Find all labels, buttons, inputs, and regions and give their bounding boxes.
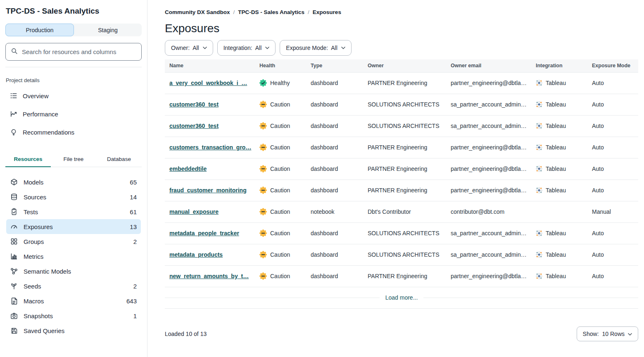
resource-list-item[interactable]: Groups 2 bbox=[6, 234, 141, 249]
chevron-down-icon bbox=[265, 47, 269, 50]
breadcrumb: Community DX Sandbox / TPC-DS - Sales An… bbox=[165, 9, 638, 15]
owner-email-cell: partner_engineering@dbtla… bbox=[446, 137, 531, 158]
resource-list-item[interactable]: Snapshots 1 bbox=[6, 308, 141, 323]
nav-icon bbox=[10, 128, 17, 136]
health-badge-icon bbox=[259, 101, 267, 108]
table-column-header: Integration bbox=[531, 59, 587, 72]
exposure-name-link[interactable]: embeddedtile bbox=[169, 165, 207, 172]
health-badge-icon bbox=[259, 251, 267, 258]
sidebar-nav-item[interactable]: Performance bbox=[5, 105, 142, 123]
resource-icon bbox=[10, 223, 18, 230]
page-title: Exposures bbox=[165, 22, 638, 35]
resource-list-item[interactable]: Saved Queries bbox=[6, 323, 141, 338]
breadcrumb-link[interactable]: TPC-DS - Sales Analytics bbox=[238, 9, 304, 15]
filter-dropdown[interactable]: Integration: All bbox=[217, 40, 276, 56]
sidebar-tab[interactable]: File tree bbox=[51, 153, 96, 167]
show-label: Show: bbox=[583, 331, 599, 337]
table-row: metadata_products Caution dashboard SOLU… bbox=[165, 244, 638, 265]
type-cell: dashboard bbox=[306, 72, 363, 94]
type-cell: dashboard bbox=[306, 222, 363, 244]
sidebar-tab[interactable]: Resources bbox=[5, 153, 51, 167]
loaded-status: Loaded 10 of 13 bbox=[165, 331, 207, 337]
resource-count: 65 bbox=[130, 179, 137, 186]
resource-count: 13 bbox=[130, 223, 137, 230]
resource-list-item[interactable]: Semantic Models bbox=[6, 264, 141, 279]
resource-list-item[interactable]: Tests 61 bbox=[6, 204, 141, 219]
exposure-name-link[interactable]: customer360_test bbox=[169, 101, 219, 108]
resource-label: Tests bbox=[24, 208, 38, 215]
breadcrumb-link[interactable]: Community DX Sandbox bbox=[165, 9, 230, 15]
integration-label: Tableau bbox=[546, 80, 566, 86]
table-column-header: Health bbox=[255, 59, 306, 72]
owner-email-cell: partner_engineering@dbtla… bbox=[446, 158, 531, 180]
exposure-name-link[interactable]: manual_exposure bbox=[169, 208, 219, 215]
exposure-name-link[interactable]: fraud_customer_monitoring bbox=[169, 187, 247, 194]
resource-label: Saved Queries bbox=[24, 327, 64, 334]
owner-email-cell: partner_engineering@dbtla… bbox=[446, 180, 531, 201]
resource-count: 1 bbox=[133, 312, 137, 319]
sidebar: TPC-DS - Sales Analytics Production Stag… bbox=[0, 0, 147, 357]
resource-label: Seeds bbox=[24, 283, 41, 290]
environment-tab[interactable]: Staging bbox=[74, 24, 142, 36]
resource-list: Models 65 Sources 14 Tests 61 Exposures … bbox=[5, 175, 142, 338]
resource-list-item[interactable]: Sources 14 bbox=[6, 189, 141, 204]
tableau-icon bbox=[536, 273, 542, 279]
project-details-label: Project details bbox=[5, 77, 142, 83]
tableau-icon bbox=[536, 165, 542, 172]
owner-email-cell: sa_partner_account_admin… bbox=[446, 222, 531, 244]
exposure-name-link[interactable]: customer360_test bbox=[169, 123, 219, 129]
type-cell: notebook bbox=[306, 201, 363, 222]
table-row: fraud_customer_monitoring Caution dashbo… bbox=[165, 180, 638, 201]
filter-value: All bbox=[331, 45, 337, 51]
resource-icon bbox=[10, 282, 18, 290]
load-more-link[interactable]: Load more... bbox=[385, 294, 418, 301]
table-column-header: Owner email bbox=[446, 59, 531, 72]
nav-icon bbox=[10, 110, 17, 118]
health-badge-icon bbox=[259, 122, 267, 130]
filter-dropdown[interactable]: Exposure Mode: All bbox=[280, 40, 352, 56]
breadcrumb-link[interactable]: Exposures bbox=[313, 9, 341, 15]
resource-label: Snapshots bbox=[24, 312, 53, 319]
exposure-name-link[interactable]: customers_transaction_gro… bbox=[169, 144, 251, 151]
exposure-name-link[interactable]: metadata_products bbox=[169, 251, 223, 258]
owner-cell: SOLUTIONS ARCHITECTS bbox=[363, 94, 446, 115]
sidebar-nav-item[interactable]: Recommendations bbox=[5, 123, 142, 141]
resource-list-item[interactable]: Macros 643 bbox=[6, 293, 141, 308]
resource-label: Semantic Models bbox=[24, 268, 71, 275]
sidebar-tabs: Resources File tree Database bbox=[5, 153, 142, 167]
rows-per-page-dropdown[interactable]: Show: 10 Rows bbox=[577, 326, 638, 341]
filter-dropdown[interactable]: Owner: All bbox=[165, 40, 213, 56]
exposure-mode-cell: Manual bbox=[587, 201, 638, 222]
exposure-name-link[interactable]: new_return_amounts_by_t… bbox=[169, 273, 249, 279]
resource-list-item[interactable]: Metrics bbox=[6, 249, 141, 264]
tableau-icon bbox=[536, 101, 542, 108]
owner-cell: Dbt's Contributor bbox=[363, 201, 446, 222]
exposure-name-link[interactable]: a_very_cool_workbook_i_… bbox=[169, 80, 247, 86]
table-column-header: Type bbox=[306, 59, 363, 72]
owner-cell: PARTNER Engineering bbox=[363, 180, 446, 201]
resource-list-item[interactable]: Seeds 2 bbox=[6, 279, 141, 293]
exposure-mode-cell: Auto bbox=[587, 137, 638, 158]
search-input[interactable] bbox=[22, 48, 136, 55]
owner-cell: SOLUTIONS ARCHITECTS bbox=[363, 244, 446, 265]
breadcrumb-separator: / bbox=[233, 9, 235, 15]
exposure-name-link[interactable]: metadata_people_tracker bbox=[169, 230, 239, 236]
sidebar-nav-item[interactable]: Overview bbox=[5, 87, 142, 105]
resource-count: 61 bbox=[130, 208, 137, 215]
resource-list-item[interactable]: Models 65 bbox=[6, 175, 141, 189]
resource-icon bbox=[10, 178, 18, 186]
health-label: Caution bbox=[270, 273, 290, 279]
resource-list-item[interactable]: Exposures 13 bbox=[6, 219, 141, 234]
chevron-down-icon bbox=[628, 331, 632, 337]
health-label: Healthy bbox=[270, 80, 290, 86]
search-icon bbox=[11, 47, 18, 56]
environment-tab[interactable]: Production bbox=[5, 24, 74, 36]
sidebar-tab[interactable]: Database bbox=[96, 153, 142, 167]
load-more-row: Load more... bbox=[165, 287, 638, 309]
exposure-mode-cell: Auto bbox=[587, 222, 638, 244]
nav-item-label: Performance bbox=[23, 111, 58, 118]
exposure-mode-cell: Auto bbox=[587, 72, 638, 94]
table-row: customers_transaction_gro… Caution dashb… bbox=[165, 137, 638, 158]
sidebar-divider bbox=[5, 67, 142, 67]
chevron-down-icon bbox=[203, 47, 207, 50]
